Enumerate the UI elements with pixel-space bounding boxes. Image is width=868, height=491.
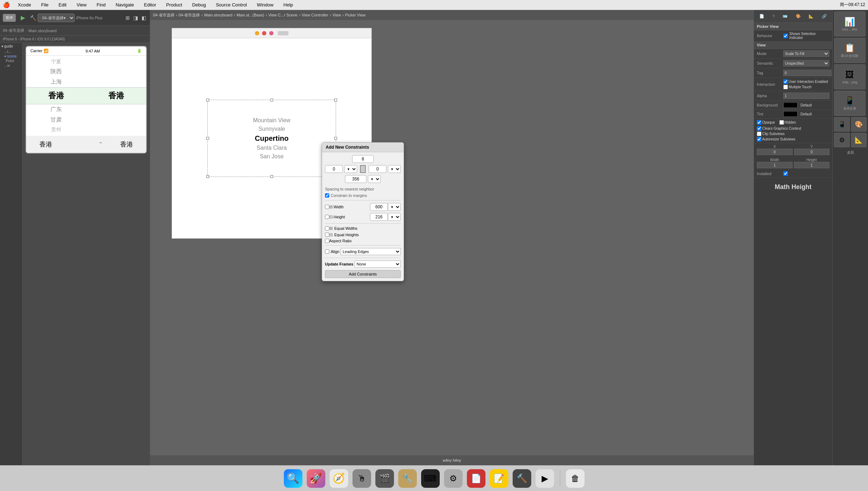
dock-pdf[interactable]: 📄 [467,469,485,488]
nav-item-2[interactable]: ...t... [4,50,21,54]
dock-safari[interactable]: 🧭 [330,469,348,488]
user-interaction-option[interactable]: User Interaction Enabled [783,79,828,84]
opaque-checkbox[interactable] [757,120,761,125]
dock-settings[interactable]: ⚙ [444,469,463,488]
handle-top-right[interactable] [334,99,337,101]
menu-window[interactable]: Window [255,1,276,8]
grid-item-2[interactable]: 🎨 [851,117,867,132]
right-spacing-input[interactable] [369,165,386,173]
run-button[interactable]: ▶ [19,14,27,22]
dock-finder[interactable]: 🔍 [284,469,302,488]
vc-expand-btn[interactable] [278,31,288,35]
breadcrumb-7[interactable]: View [332,13,341,17]
handle-bottom-middle[interactable] [270,175,273,178]
height-coord-input[interactable] [794,162,830,168]
file-item-分享[interactable]: 📱 车丹分享 [834,91,865,116]
menu-editor[interactable]: Editor [142,1,158,8]
picker-view-frame[interactable]: Mountain View Sunnyvale Cupertino Santa … [207,100,336,177]
file-item-test[interactable]: 📋 第13-业试验 [834,38,865,63]
align-dropdown[interactable]: Leading Edges [341,248,401,255]
background-swatch[interactable] [783,102,798,108]
identity-inspector-btn[interactable]: 🪪 [781,13,789,19]
breadcrumb-6[interactable]: View Controller [302,13,328,17]
size-inspector-btn[interactable]: 📐 [807,13,815,19]
dock-terminal[interactable]: ⌨ [421,469,440,488]
breadcrumb-5[interactable]: View C...r Scene [268,13,297,17]
equal-widths-checkbox[interactable] [325,226,329,230]
breadcrumb-3[interactable]: Main.storyboard [204,13,232,17]
grid-item-1[interactable]: 📱 [834,117,850,132]
editor-toggle-button[interactable]: ◨ [133,14,139,21]
vc-dot-red[interactable] [262,31,266,35]
pause-button[interactable]: 暂停 [3,14,16,22]
update-frames-dropdown[interactable]: None [355,261,401,268]
scheme-selector[interactable]: 04-省市选择▾ [38,14,75,22]
hidden-checkbox[interactable] [779,120,784,125]
connections-inspector-btn[interactable]: 🔗 [820,13,828,19]
menu-edit[interactable]: Edit [56,1,69,8]
handle-top-middle[interactable] [270,99,273,101]
align-checkbox[interactable] [325,249,329,254]
alpha-input[interactable] [783,93,829,99]
navigator-toggle-button[interactable]: ⊞ [125,14,130,21]
y-input[interactable] [794,149,830,155]
nav-item-3[interactable]: ...w [4,64,21,68]
menu-find[interactable]: Find [94,1,108,8]
breadcrumb-2[interactable]: 04-省市选择 [179,13,200,18]
file-inspector-btn[interactable]: 📄 [758,13,766,19]
handle-middle-left[interactable] [206,137,209,140]
x-input[interactable] [757,149,793,155]
nav-item[interactable]: ▾ guide [1,44,21,48]
vc-dot-pink[interactable] [269,31,273,35]
multiple-touch-checkbox[interactable] [783,85,788,89]
filepath-project[interactable]: 04-省市选择 [3,28,24,33]
tag-input[interactable] [783,70,832,76]
dock-trash[interactable]: 🗑 [566,469,585,488]
left-spacing-input[interactable] [325,165,343,173]
right-dropdown[interactable]: ▾ [388,165,401,173]
constrain-margins-row[interactable]: Constrain to margins [325,192,401,199]
dock-launchpad[interactable]: 🚀 [307,469,325,488]
menu-debug[interactable]: Debug [190,1,208,8]
breadcrumb-8[interactable]: Picker View [345,13,365,17]
dock-mouse[interactable]: 🖱 [352,469,371,488]
dock-quicktime[interactable]: ▶ [536,469,554,488]
constrain-margins-checkbox[interactable] [325,193,329,198]
dock-xcode[interactable]: 🔨 [513,469,531,488]
clip-subviews-checkbox[interactable] [757,132,761,136]
autoresize-option[interactable]: Autoresize Subviews [757,137,829,142]
user-interaction-checkbox[interactable] [783,79,788,84]
installed-checkbox[interactable] [783,171,788,176]
bottom-spacing-input[interactable] [345,175,366,183]
top-spacing-input[interactable]: 8 [352,155,374,163]
clip-subviews-option[interactable]: Clip Subviews [757,132,829,136]
shows-selection-checkbox[interactable] [783,34,788,38]
semantic-select[interactable]: Unspecified [783,60,829,66]
quick-help-btn[interactable]: ? [771,14,776,19]
file-item-png[interactable]: 🖼 snip....png [834,64,865,89]
grid-item-4[interactable]: 📐 [851,133,867,147]
debug-toggle-button[interactable]: ◧ [141,14,147,21]
mode-select[interactable]: Scale To Fill [783,50,829,57]
autoresize-checkbox[interactable] [757,137,761,142]
tint-swatch[interactable] [783,111,798,117]
handle-bottom-left[interactable] [206,175,209,178]
grid-item-3[interactable]: ⚙ [834,133,850,147]
height-dropdown[interactable]: ▾ [388,213,401,221]
nav-scene[interactable]: ▾ scene [4,54,21,58]
dock-tools[interactable]: 🔧 [398,469,417,488]
bottom-dropdown[interactable]: ▾ [368,175,381,183]
width-input[interactable] [370,203,388,211]
attribute-inspector-btn[interactable]: 🎨 [794,13,802,19]
clears-graphics-option[interactable]: Clears Graphics Context [757,126,829,131]
handle-middle-right[interactable] [334,137,337,140]
apple-menu[interactable]: 🍎 [3,1,10,8]
left-dropdown[interactable]: ▾ [344,165,357,173]
clears-graphics-checkbox[interactable] [757,126,761,131]
filepath-main[interactable]: Main.storyboard [29,29,57,33]
menu-view[interactable]: View [74,1,89,8]
vc-dot-orange[interactable] [255,31,259,35]
menu-navigate[interactable]: Navigate [113,1,136,8]
menu-file[interactable]: File [39,1,51,8]
equal-heights-checkbox[interactable] [325,233,329,237]
